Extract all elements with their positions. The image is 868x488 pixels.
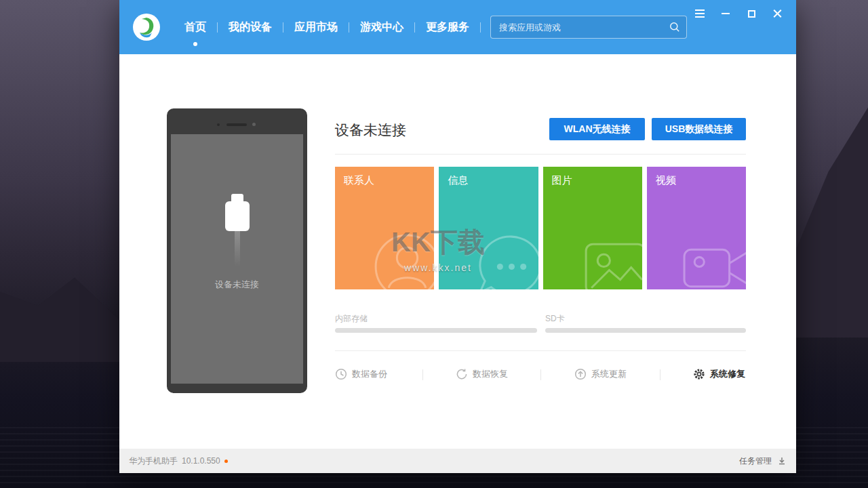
video-icon — [680, 228, 746, 289]
hisuite-window: 首页 我的设备 应用市场 游戏中心 更多服务 — [119, 0, 796, 473]
window-controls — [694, 8, 783, 19]
menu-icon[interactable] — [694, 8, 705, 19]
usb-cable — [235, 231, 240, 266]
restore-refresh-icon — [456, 368, 468, 380]
divider — [335, 350, 746, 351]
minimize-icon[interactable] — [720, 8, 731, 19]
active-indicator-dot — [193, 42, 197, 46]
main-content: 设备未连接 设备未连接 WLAN无线连接 USB数据线连接 联系人 信息 — [119, 54, 796, 449]
phone-camera-dot — [217, 123, 220, 126]
top-navigation-bar: 首页 我的设备 应用市场 游戏中心 更多服务 — [119, 0, 796, 54]
divider — [335, 154, 746, 155]
internal-storage-bar — [335, 328, 537, 333]
task-manager-button[interactable]: 任务管理 — [739, 455, 787, 467]
message-icon — [473, 228, 538, 289]
tile-pictures[interactable]: 图片 — [543, 167, 642, 289]
contacts-icon — [368, 228, 434, 289]
close-icon[interactable] — [772, 8, 783, 19]
backup-clock-icon — [335, 368, 347, 380]
search-icon[interactable] — [669, 22, 680, 35]
tile-contacts[interactable]: 联系人 — [335, 167, 434, 289]
app-name: 华为手机助手 — [129, 455, 178, 467]
nav-item-home-label: 首页 — [184, 21, 206, 33]
internal-storage-label: 内部存储 — [335, 313, 368, 325]
connection-status-title: 设备未连接 — [335, 121, 406, 140]
wlan-connect-button[interactable]: WLAN无线连接 — [549, 118, 645, 140]
app-version-info: 华为手机助手 10.1.0.550 — [129, 455, 228, 467]
tile-videos[interactable]: 视频 — [647, 167, 746, 289]
app-logo-icon — [133, 14, 160, 41]
repair-gear-icon — [693, 368, 705, 380]
usb-connect-button[interactable]: USB数据线连接 — [652, 118, 746, 140]
nav-item-game-center[interactable]: 游戏中心 — [349, 20, 414, 35]
app-version: 10.1.0.550 — [182, 456, 220, 466]
action-data-restore[interactable]: 数据恢复 — [456, 368, 508, 380]
action-separator — [422, 369, 423, 380]
nav-item-home[interactable]: 首页 — [174, 20, 217, 35]
search-input[interactable] — [490, 16, 687, 39]
action-data-backup[interactable]: 数据备份 — [335, 368, 387, 380]
phone-screen: 设备未连接 — [171, 134, 303, 384]
phone-speaker-line — [226, 123, 247, 126]
maximize-icon[interactable] — [746, 8, 757, 19]
status-bar: 华为手机助手 10.1.0.550 任务管理 — [119, 449, 796, 473]
nav-separator — [480, 22, 481, 33]
search-box — [490, 16, 687, 39]
phone-disconnect-label: 设备未连接 — [215, 279, 259, 291]
action-system-repair[interactable]: 系统修复 — [693, 368, 745, 380]
main-nav: 首页 我的设备 应用市场 游戏中心 更多服务 — [174, 0, 481, 54]
download-tasks-icon — [777, 456, 787, 466]
action-system-update[interactable]: 系统更新 — [574, 368, 627, 380]
action-separator — [540, 369, 541, 380]
nav-item-my-device[interactable]: 我的设备 — [218, 20, 283, 35]
sd-card-label: SD卡 — [545, 313, 565, 325]
usb-plug-body — [225, 201, 250, 231]
category-tiles: 联系人 信息 图片 — [335, 167, 746, 289]
sd-card-bar — [545, 328, 746, 333]
action-separator — [660, 369, 660, 380]
update-arrow-icon — [574, 368, 587, 380]
nav-item-more-services[interactable]: 更多服务 — [415, 20, 480, 35]
wallpaper-mountain-left — [0, 253, 136, 362]
notification-dot — [224, 460, 228, 463]
phone-sensor-dot — [252, 123, 256, 126]
phone-illustration: 设备未连接 — [167, 108, 307, 393]
desktop: 首页 我的设备 应用市场 游戏中心 更多服务 — [0, 0, 868, 488]
picture-icon — [576, 228, 642, 289]
nav-item-app-market[interactable]: 应用市场 — [283, 20, 349, 35]
tile-messages[interactable]: 信息 — [439, 167, 538, 289]
